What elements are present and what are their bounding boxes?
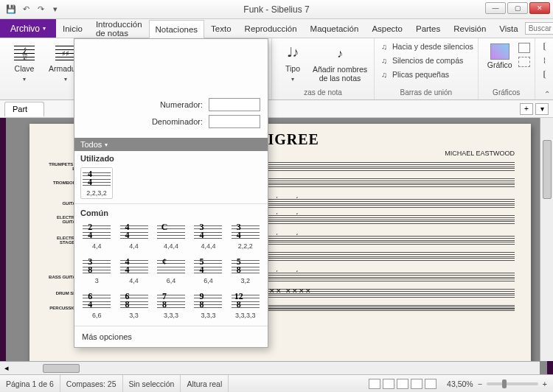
- timesig-option[interactable]: 683,3: [116, 290, 151, 321]
- zoom-out-button[interactable]: −: [478, 379, 482, 388]
- zoom-slider[interactable]: [487, 382, 538, 385]
- timesig-option[interactable]: 983,3,3: [190, 290, 226, 321]
- view-mode-buttons: [364, 379, 441, 389]
- corchete-button[interactable]: 𝄕Corchete: [540, 40, 553, 53]
- timesig-option[interactable]: 344,4,4: [190, 220, 226, 252]
- corchete-sup-button[interactable]: 𝄕Corchete suplementario: [540, 68, 553, 81]
- window-controls: — ▢ ✕: [485, 2, 550, 14]
- grafico-button[interactable]: Gráfico: [483, 40, 517, 84]
- ribbon-search-input[interactable]: [525, 22, 553, 35]
- qat-undo-icon[interactable]: ↶: [19, 3, 32, 16]
- denominador-input[interactable]: [209, 115, 260, 128]
- timesig-option[interactable]: 444,4: [116, 220, 151, 252]
- close-button[interactable]: ✕: [529, 2, 550, 14]
- graphic-frame-icon[interactable]: [518, 41, 530, 55]
- timesig-option[interactable]: C4,4,4: [153, 220, 189, 252]
- group-label-barras: Barras de unión: [379, 88, 473, 99]
- view-mode-5[interactable]: [425, 379, 437, 389]
- tab-inicio[interactable]: Inicio: [56, 19, 89, 38]
- graphic-icon: [490, 43, 509, 60]
- graphic-reset-icon[interactable]: [518, 55, 530, 69]
- tabs-menu-button[interactable]: ▾: [535, 103, 549, 115]
- ribbon-tabs: Archivo Inicio Introducción de notas Not…: [0, 19, 553, 38]
- status-page[interactable]: Página 1 de 6: [0, 375, 60, 392]
- grafico-label: Gráfico: [487, 61, 512, 70]
- silencios-button[interactable]: ♫Silencios de compás: [379, 54, 473, 67]
- anadir-label: Añadir nombres de las notas: [311, 66, 369, 83]
- qat-redo-icon[interactable]: ↷: [34, 3, 47, 16]
- tab-notaciones[interactable]: Notaciones: [149, 20, 205, 38]
- section-comun: Común: [74, 206, 268, 219]
- timesig-option[interactable]: 546,4: [190, 255, 226, 287]
- qat-customize-icon[interactable]: ▾: [49, 3, 62, 16]
- maximize-button[interactable]: ▢: [507, 2, 528, 14]
- notenames-icon: ♪: [329, 43, 351, 64]
- denominador-label: Denominador:: [152, 117, 203, 126]
- tab-aspecto[interactable]: Aspecto: [365, 19, 409, 38]
- timesig-option[interactable]: 646,6: [79, 290, 114, 321]
- status-bar: Página 1 de 6 Compases: 25 Sin selección…: [0, 374, 553, 392]
- file-menu-button[interactable]: Archivo: [0, 19, 56, 38]
- horizontal-scrollbar[interactable]: ◂: [0, 361, 540, 374]
- clave-label: Clave: [15, 65, 35, 74]
- beam-icon: ♫: [379, 42, 389, 51]
- tab-partes[interactable]: Partes: [409, 19, 447, 38]
- tab-revision[interactable]: Revisión: [447, 19, 493, 38]
- status-compases[interactable]: Compases: 25: [60, 375, 123, 392]
- timesig-option[interactable]: 444,4: [116, 255, 151, 287]
- zoom-value[interactable]: 43,50%: [447, 379, 473, 388]
- group-graficos: Gráfico Gráficos: [479, 38, 535, 99]
- tab-reproduccion[interactable]: Reproducción: [238, 19, 304, 38]
- view-mode-2[interactable]: [383, 379, 394, 389]
- clave-button[interactable]: 𝄞 Clave: [4, 40, 44, 84]
- group-label-graficos: Gráficos: [483, 88, 530, 99]
- scroll-thumb[interactable]: [43, 364, 80, 373]
- bracket-icon: 𝄕: [540, 42, 550, 52]
- window-title: Funk - Sibelius 7: [0, 4, 553, 15]
- status-altura[interactable]: Altura real: [181, 375, 229, 392]
- minimize-button[interactable]: —: [485, 2, 506, 14]
- mas-opciones-button[interactable]: Más opciones: [74, 326, 268, 347]
- tab-texto[interactable]: Texto: [204, 19, 238, 38]
- vertical-scrollbar[interactable]: [540, 118, 553, 361]
- group-barras-union: ♫Hacia y desde silencios ♫Silencios de c…: [375, 38, 479, 99]
- title-bar: 💾 ↶ ↷ ▾ Funk - Sibelius 7 — ▢ ✕: [0, 0, 553, 19]
- timesig-option[interactable]: 442,2,3,2: [80, 167, 113, 199]
- stem-icon: ♫: [379, 70, 389, 79]
- numerador-label: Numerador:: [160, 100, 203, 109]
- notehead-icon: ♩♪: [282, 43, 304, 63]
- timesig-option[interactable]: 783,3,3: [153, 290, 189, 321]
- tab-vista[interactable]: Vista: [493, 19, 524, 38]
- quick-access-toolbar: 💾 ↶ ↷ ▾: [0, 3, 66, 16]
- filter-todos-dropdown[interactable]: Todos: [74, 138, 268, 151]
- ribbon-search: ?: [525, 19, 553, 38]
- view-mode-1[interactable]: [369, 379, 380, 389]
- compas-dropdown-panel: Numerador: Denominador: Todos Utilizado …: [74, 38, 268, 348]
- timesig-option[interactable]: 342,2,2: [228, 220, 263, 252]
- zoom-control: 43,50% − +: [441, 379, 553, 388]
- timesig-option[interactable]: 583,2: [228, 255, 263, 287]
- scroll-thumb[interactable]: [543, 140, 552, 199]
- timesig-option[interactable]: 1283,3,3,3: [228, 290, 263, 321]
- add-tab-button[interactable]: +: [520, 103, 533, 115]
- tipo-button[interactable]: ♩♪ Tipo: [276, 40, 309, 84]
- numerador-input[interactable]: [209, 98, 260, 111]
- zoom-in-button[interactable]: +: [543, 379, 547, 388]
- view-mode-4[interactable]: [411, 379, 422, 389]
- group-label-cabezas: zas de nota: [276, 88, 369, 99]
- qat-save-icon[interactable]: 💾: [4, 3, 18, 16]
- ribbon-collapse-icon[interactable]: ⌃: [544, 90, 550, 98]
- section-utilizado: Utilizado: [74, 151, 268, 164]
- doc-tab-part[interactable]: Part: [4, 102, 44, 116]
- timesig-option[interactable]: 383: [79, 255, 114, 287]
- llave-button[interactable]: 𝄔Llave: [540, 54, 553, 67]
- hacia-button[interactable]: ♫Hacia y desde silencios: [379, 40, 473, 53]
- anadir-button[interactable]: ♪ Añadir nombres de las notas: [310, 40, 369, 84]
- timesig-option[interactable]: ¢6,4: [153, 255, 189, 287]
- tab-introduccion[interactable]: Introducción de notas: [89, 19, 149, 38]
- tab-maquetacion[interactable]: Maquetación: [304, 19, 366, 38]
- timesig-option[interactable]: 244,4: [79, 220, 114, 252]
- clef-icon: 𝄞: [13, 43, 35, 63]
- view-mode-3[interactable]: [397, 379, 408, 389]
- plicas-button[interactable]: ♫Plicas pequeñas: [379, 68, 473, 81]
